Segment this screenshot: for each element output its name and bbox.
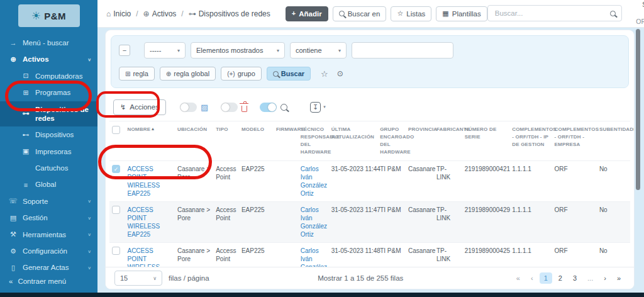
- deleted-items-toggle[interactable]: [221, 103, 238, 112]
- cell-tech[interactable]: Carlos Iván González Ortiz: [298, 202, 329, 243]
- breadcrumb-activos[interactable]: ⊕Activos: [143, 9, 177, 18]
- column-header-complementos-orf-tdh-empresa[interactable]: COMPLEMENTOS - ORF/TDH - EMPRESA: [552, 121, 597, 161]
- sidebar-item-cartuchos[interactable]: Cartuchos: [0, 160, 97, 176]
- magnifier-icon[interactable]: [610, 11, 616, 16]
- global-search[interactable]: [487, 5, 622, 21]
- row-checkbox[interactable]: [112, 247, 120, 255]
- cell-location: Casanare > Pore: [175, 161, 213, 202]
- collapse-criteria-button[interactable]: −: [119, 45, 130, 56]
- magnifier-icon[interactable]: [280, 104, 287, 111]
- regla-button[interactable]: ⊞regla: [119, 67, 155, 81]
- breadcrumb-inicio[interactable]: ⌂Inicio: [106, 9, 131, 18]
- ellipsis[interactable]: ...: [583, 272, 597, 284]
- last-page[interactable]: »: [613, 272, 625, 284]
- lightning-icon: ↯: [120, 103, 126, 111]
- page-2[interactable]: 2: [554, 272, 567, 284]
- column-header-numero-de-serie[interactable]: NÚMERO DE SERIE: [462, 121, 509, 161]
- sidebar-item-configuracion[interactable]: ⚙Configuración∨: [0, 243, 97, 259]
- actions-button[interactable]: ↯ Acciones: [113, 99, 166, 115]
- column-header-subentidades[interactable]: SUBENTIDADES: [597, 121, 630, 161]
- user-name: Soporte P&M: [628, 1, 644, 18]
- column-header-grupo-encargado-del-hardware[interactable]: GRUPO ENCARGADO DEL HARDWARE: [377, 121, 406, 161]
- vertical-scrollbar[interactable]: [636, 29, 640, 190]
- criteria-items-select[interactable]: Elementos mostrados ▾: [191, 42, 285, 59]
- trash-icon[interactable]: [242, 106, 247, 112]
- regla-global-button[interactable]: ⊕regla global: [160, 67, 216, 81]
- breadcrumb-label: Dispositivos de redes: [199, 9, 270, 18]
- cell-name[interactable]: ACCESS POINT WIRELESS EAP225: [125, 202, 175, 243]
- row-checkbox[interactable]: [112, 206, 120, 214]
- global-search-input[interactable]: [494, 9, 603, 18]
- cell-province: Casanare: [406, 202, 434, 243]
- sidebar-item-generar-actas[interactable]: ▯Generar Actas∨: [0, 259, 97, 276]
- gear-icon: ⚙: [9, 247, 18, 255]
- bullseye-icon[interactable]: ⊙: [337, 69, 343, 78]
- actions-button-label: Acciones: [130, 103, 159, 111]
- document-icon: ▯: [9, 264, 18, 272]
- column-label: ÚLTIMA ACTUALIZACIÓN: [331, 126, 374, 140]
- sidebar-item-soporte[interactable]: ☏Soporte∨: [0, 193, 97, 210]
- breadcrumb-label: Activos: [152, 9, 177, 18]
- column-header-firmware[interactable]: FIRMWARE: [274, 121, 298, 161]
- column-header-provincia[interactable]: PROVINCIA: [406, 121, 434, 161]
- column-label: NOMBRE: [127, 126, 150, 132]
- rows-per-page-select[interactable]: 15 ∨: [114, 271, 162, 286]
- list-toolbar: ↯ Acciones ▨ ↧ ▾: [106, 93, 634, 120]
- prev-page[interactable]: ‹: [526, 272, 538, 284]
- column-header-nombre[interactable]: NOMBRE▴: [125, 121, 175, 161]
- column-header-tipo[interactable]: TIPO: [213, 121, 239, 161]
- buscar-en-button[interactable]: Buscar en: [333, 6, 387, 21]
- page-1[interactable]: 1: [540, 272, 552, 284]
- sidebar-item-dispositivos-de-redes[interactable]: ⊶Dispositivos de redes: [0, 101, 97, 127]
- select-all-checkbox[interactable]: [112, 126, 120, 134]
- sidebar-item-herramientas[interactable]: ⚒Herramientas∨: [0, 227, 97, 243]
- header-buttons: +AñadirBuscar en☆Listas▦Plantillas: [286, 6, 487, 21]
- button-label: Plantillas: [452, 10, 481, 18]
- listas-button[interactable]: ☆Listas: [391, 6, 431, 21]
- cell-name[interactable]: ACCESS POINT WIRELESS EAP225: [125, 161, 175, 202]
- sidebar-item-dispositivos[interactable]: ⊷Dispositivos: [0, 126, 97, 143]
- app-logo[interactable]: ☀ P&M: [18, 4, 80, 27]
- sidebar-item-label: Generar Actas: [23, 263, 69, 272]
- star-icon[interactable]: ☆: [321, 69, 328, 79]
- map-icon[interactable]: ▨: [201, 103, 208, 112]
- next-page[interactable]: ›: [599, 272, 611, 284]
- magnifier-icon: [339, 11, 345, 16]
- row-checkbox[interactable]: ✓: [112, 165, 120, 173]
- sidebar-item-activos[interactable]: ⊕Activos∨: [0, 51, 97, 67]
- sidebar-item-global[interactable]: ≡Global: [0, 176, 97, 193]
- criteria-operator-select[interactable]: contiene ▾: [290, 42, 347, 59]
- column-header-tecnico-responsable-del-hardware[interactable]: TÉCNICO RESPONSABLE DEL HARDWARE: [298, 121, 329, 161]
- cell-firmware: [274, 202, 298, 243]
- grupo-button[interactable]: (+)grupo: [221, 67, 262, 81]
- collapse-menu-button[interactable]: « Contraer menú: [9, 277, 66, 285]
- anadir-button[interactable]: +Añadir: [286, 6, 328, 21]
- criteria-value-input[interactable]: [352, 42, 453, 59]
- criteria-items-value: Elementos mostrados: [196, 47, 263, 54]
- column-header-ubicacion[interactable]: UBICACIÓN: [175, 121, 213, 161]
- page-3[interactable]: 3: [569, 272, 581, 284]
- caret-down-icon: ▾: [177, 48, 180, 53]
- buscar-button[interactable]: Buscar: [267, 67, 311, 81]
- sidebar-item-menu-buscar[interactable]: →Menú - buscar: [0, 35, 97, 51]
- sidebar-item-impresoras[interactable]: ▣Impresoras: [0, 143, 97, 160]
- column-header-ultima-actualizacion[interactable]: ÚLTIMA ACTUALIZACIÓN: [329, 121, 377, 161]
- column-header-complementos-orf-tdh-ip-de-gestion[interactable]: COMPLEMENTOS - ORF/TDH - IP DE GESTION: [509, 121, 552, 161]
- sidebar-item-programas[interactable]: ⊞Programas: [0, 84, 97, 101]
- criteria-field-select[interactable]: ----- ▾: [144, 42, 186, 59]
- column-header-fabricante[interactable]: FABRICANTE: [434, 121, 462, 161]
- breadcrumb-separator: /: [136, 9, 138, 18]
- cell-tech[interactable]: Carlos Iván González Ortiz: [298, 161, 329, 202]
- first-page[interactable]: «: [512, 272, 525, 284]
- sidebar-item-gestion[interactable]: ▤Gestión∨: [0, 210, 97, 226]
- map-view-toggle[interactable]: [180, 103, 197, 112]
- sidebar-item-computadoras[interactable]: ⊡Computadoras: [0, 68, 97, 84]
- table-header-row: NOMBRE▴UBICACIÓNTIPOMODELOFIRMWARETÉCNIC…: [109, 121, 630, 161]
- sidebar-item-label: Computadoras: [35, 72, 82, 81]
- breadcrumb-dispositivos-de-redes[interactable]: ⊶Dispositivos de redes: [189, 9, 270, 18]
- column-header-modelo[interactable]: MODELO: [239, 121, 274, 161]
- export-button[interactable]: ↧ ▾: [310, 102, 326, 113]
- user-info[interactable]: Soporte P&M ORF/TDH: [628, 1, 644, 26]
- plantillas-button[interactable]: ▦Plantillas: [436, 6, 487, 21]
- search-mode-toggle[interactable]: [260, 103, 277, 112]
